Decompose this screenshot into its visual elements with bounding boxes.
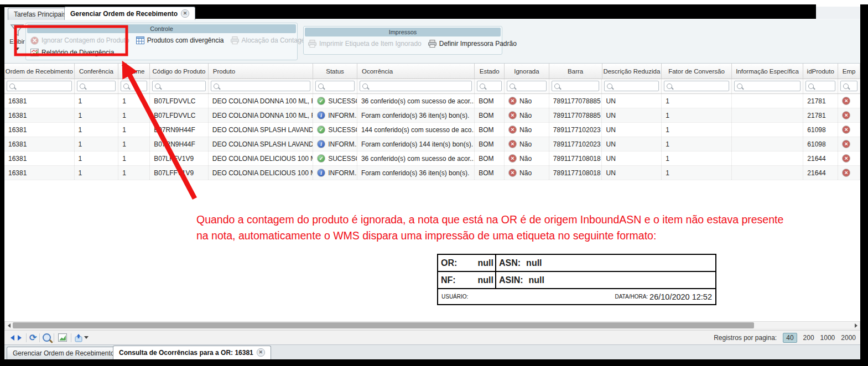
grid-cell-or: 16381 bbox=[4, 166, 75, 180]
filter-input-codigo[interactable] bbox=[152, 81, 206, 91]
filter-input-idproduto[interactable] bbox=[805, 81, 835, 91]
filter-text-input[interactable] bbox=[131, 81, 147, 91]
x-circle-icon: × bbox=[508, 126, 517, 134]
filter-text-input[interactable] bbox=[614, 81, 658, 91]
filter-text-input[interactable] bbox=[674, 81, 729, 91]
table-row[interactable]: 1638111B07LFDVVLCDEO COLONIA DONNA 100 M… bbox=[4, 108, 860, 123]
column-header-fator[interactable]: Fator de Conversão bbox=[662, 64, 732, 79]
column-header-estado[interactable]: Estado bbox=[475, 64, 505, 79]
refresh-icon[interactable]: ⟳ bbox=[29, 333, 37, 342]
scrollbar-thumb[interactable] bbox=[13, 322, 754, 328]
grid-header-row: Ordem de RecebimentoConferênciaVolumeCód… bbox=[4, 64, 860, 79]
cell-text: Não bbox=[519, 112, 532, 119]
nf-value: null bbox=[478, 275, 493, 285]
filter-input-fator[interactable] bbox=[664, 81, 729, 91]
x-circle-icon: × bbox=[842, 126, 850, 134]
column-header-status[interactable]: Status bbox=[313, 64, 357, 79]
x-circle-icon: × bbox=[508, 140, 517, 148]
filter-input-emp[interactable] bbox=[840, 81, 857, 91]
tab-gerenciar-ordem[interactable]: Gerenciar Ordem de Recebimento✕ bbox=[64, 7, 195, 20]
filter-text-input[interactable] bbox=[162, 81, 205, 91]
filter-text-input[interactable] bbox=[87, 81, 116, 91]
x-circle-icon: × bbox=[508, 169, 517, 177]
close-icon[interactable]: ✕ bbox=[181, 9, 189, 18]
filter-text-input[interactable] bbox=[325, 81, 354, 91]
column-header-idproduto[interactable]: idProduto bbox=[803, 64, 838, 79]
relatorio-divergencia-button[interactable]: Relatório de Divergência bbox=[28, 48, 118, 57]
table-row[interactable]: 1638111B07LFFV1V9DEO COLONIA DELICIOUS 1… bbox=[4, 166, 860, 180]
filter-input-produto[interactable] bbox=[211, 81, 310, 91]
column-header-emp[interactable]: Emp bbox=[838, 64, 860, 79]
search-icon bbox=[737, 83, 742, 89]
column-header-ignorada[interactable]: Ignorada bbox=[505, 64, 549, 79]
filter-input-volume[interactable] bbox=[121, 81, 147, 91]
grid-cell-codigo: B07LFDVVLC bbox=[150, 94, 209, 108]
column-header-codigo[interactable]: Código do Produto bbox=[150, 64, 209, 79]
table-row[interactable]: 1638111B07LFFV1V9DEO COLONIA DELICIOUS 1… bbox=[4, 151, 860, 166]
filter-cell-idproduto bbox=[803, 79, 838, 93]
button-label: Produtos com divergência bbox=[147, 36, 224, 44]
filter-input-or[interactable] bbox=[7, 81, 72, 91]
filter-input-ignorada[interactable] bbox=[507, 81, 547, 91]
filter-input-ocorrencia[interactable] bbox=[360, 81, 472, 91]
tab-tarefas-principais[interactable]: Tarefas Principais bbox=[8, 8, 72, 20]
tab-gerenciar-ordem-bottom[interactable]: Gerenciar Ordem de Recebimento bbox=[7, 347, 120, 359]
column-header-or[interactable]: Ordem de Recebimento bbox=[4, 64, 75, 79]
x-circle-icon: × bbox=[842, 111, 850, 119]
filter-input-estado[interactable] bbox=[477, 81, 502, 91]
column-header-volume[interactable]: Volume bbox=[118, 64, 150, 79]
grid-cell-status: ✓SUCESSO bbox=[313, 94, 357, 108]
grid-cell-or: 16381 bbox=[4, 94, 75, 108]
column-header-produto[interactable]: Produto bbox=[209, 64, 313, 79]
ribbon-toolbar: Exibir Controle ✕ Ignorar Contagem do Pr… bbox=[4, 20, 860, 64]
filter-cell-estado bbox=[475, 79, 505, 93]
filter-text-input[interactable] bbox=[370, 81, 471, 91]
exibir-button[interactable]: Exibir bbox=[7, 22, 28, 60]
column-header-ocorrencia[interactable]: Ocorrência bbox=[357, 64, 475, 79]
filter-funnel-icon bbox=[10, 24, 24, 37]
previous-page-icon[interactable] bbox=[11, 335, 14, 341]
search-icon bbox=[214, 83, 219, 89]
page-size-option-2000[interactable]: 2000 bbox=[841, 334, 856, 342]
filter-text-input[interactable] bbox=[517, 81, 546, 91]
zoom-icon[interactable] bbox=[43, 333, 51, 342]
export-icon[interactable] bbox=[74, 333, 83, 342]
grid-cell-estado: BOM bbox=[475, 166, 505, 180]
column-header-barra[interactable]: Barra bbox=[549, 64, 602, 79]
scroll-left-icon[interactable] bbox=[5, 322, 13, 329]
chart-export-icon[interactable] bbox=[58, 333, 67, 342]
table-row[interactable]: 1638111B07RN9H44FDEO COLONIA SPLASH LAVA… bbox=[4, 137, 860, 151]
filter-input-info[interactable] bbox=[734, 81, 801, 91]
export-menu-caret-icon[interactable] bbox=[84, 336, 89, 339]
filter-text-input[interactable] bbox=[221, 81, 310, 91]
filter-input-descricao[interactable] bbox=[604, 81, 659, 91]
grid-cell-barra: 7891177102023 bbox=[549, 123, 602, 137]
filter-text-input[interactable] bbox=[17, 81, 71, 91]
filter-text-input[interactable] bbox=[487, 81, 501, 91]
filter-text-input[interactable] bbox=[815, 81, 835, 91]
tab-consulta-ocorrencias[interactable]: Consulta de Ocorrências para a OR: 16381… bbox=[113, 346, 271, 359]
next-page-icon[interactable] bbox=[18, 335, 22, 341]
filter-text-input[interactable] bbox=[850, 81, 857, 91]
page-size-option-40[interactable]: 40 bbox=[783, 333, 797, 343]
table-row[interactable]: 1638111B07LFDVVLCDEO COLONIA DONNA 100 M… bbox=[4, 94, 860, 108]
close-icon[interactable]: ✕ bbox=[257, 348, 265, 357]
filter-input-barra[interactable] bbox=[552, 81, 600, 91]
page-size-option-1000[interactable]: 1000 bbox=[820, 334, 835, 342]
search-icon bbox=[362, 83, 368, 89]
scroll-right-icon[interactable] bbox=[852, 322, 860, 329]
filter-input-status[interactable] bbox=[315, 81, 355, 91]
page-size-option-200[interactable]: 200 bbox=[803, 334, 814, 342]
grid-cell-ignorada: ×Não bbox=[505, 108, 549, 122]
definir-impressora-button[interactable]: Definir Impressora Padrão bbox=[426, 39, 521, 49]
table-row[interactable]: 1638111B07RN9H44FDEO COLONIA SPLASH LAVA… bbox=[4, 123, 860, 137]
column-header-info[interactable]: Informação Específica bbox=[732, 64, 804, 79]
cell-text: Não bbox=[519, 126, 532, 134]
produtos-divergencia-button[interactable]: Produtos com divergência bbox=[134, 35, 228, 45]
column-header-descricao[interactable]: Descrição Reduzida bbox=[602, 64, 662, 79]
filter-input-conferencia[interactable] bbox=[77, 81, 116, 91]
horizontal-scrollbar[interactable] bbox=[4, 321, 860, 330]
filter-text-input[interactable] bbox=[562, 81, 599, 91]
filter-text-input[interactable] bbox=[744, 81, 801, 91]
column-header-conferencia[interactable]: Conferência bbox=[75, 64, 119, 79]
